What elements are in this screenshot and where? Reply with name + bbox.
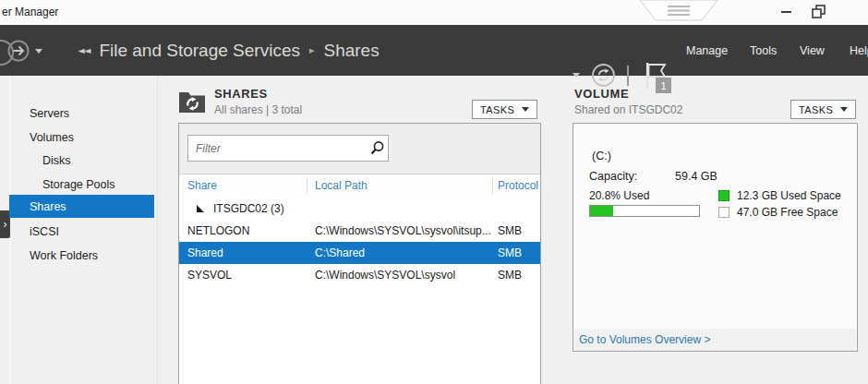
table-row[interactable]: SYSVOL C:\Windows\SYSVOL\sysvol SMB bbox=[179, 264, 540, 286]
volume-footer: Go to Volumes Overview > bbox=[574, 329, 856, 351]
volume-usage-bar bbox=[589, 205, 700, 217]
filter-input[interactable] bbox=[187, 135, 389, 162]
chevron-down-icon bbox=[522, 107, 529, 112]
tasks-label: TASKS bbox=[799, 104, 833, 115]
sidebar-item-label: Disks bbox=[42, 154, 71, 167]
sidebar-divider bbox=[157, 76, 158, 384]
sidebar-item-volumes[interactable]: Volumes bbox=[9, 126, 154, 149]
menu-view[interactable]: View bbox=[800, 25, 825, 76]
menu-help[interactable]: Help bbox=[850, 25, 868, 76]
refresh-button[interactable] bbox=[591, 63, 616, 88]
title-bar: er Manager bbox=[0, 0, 868, 25]
sidebar-item-storage-pools[interactable]: Storage Pools bbox=[9, 173, 154, 196]
group-expanded-icon[interactable] bbox=[197, 205, 204, 212]
cell-protocol: SMB bbox=[498, 246, 522, 259]
navigation-dropdown-caret[interactable] bbox=[35, 49, 42, 54]
navbar-separator bbox=[627, 66, 629, 86]
used-percent-label: 20.8% Used bbox=[589, 189, 649, 202]
notification-count-badge[interactable]: 1 bbox=[656, 78, 671, 93]
cell-share: SYSVOL bbox=[187, 269, 303, 282]
cell-protocol: SMB bbox=[498, 269, 522, 282]
table-row[interactable]: NETLOGON C:\Windows\SYSVOL\sysvol\itsup.… bbox=[179, 220, 540, 242]
sidebar-item-disks[interactable]: Disks bbox=[9, 149, 154, 172]
search-icon bbox=[369, 140, 385, 156]
menu-manage[interactable]: Manage bbox=[686, 25, 728, 76]
legend-free-label: 47.0 GB Free Space bbox=[737, 206, 838, 219]
shares-folder-sync-icon bbox=[178, 88, 206, 115]
group-label: ITSGDC02 (3) bbox=[213, 202, 284, 215]
cell-local-path: C:\Windows\SYSVOL\sysvol\itsup... bbox=[315, 224, 492, 237]
sidebar-item-label: iSCSI bbox=[30, 225, 59, 238]
cell-protocol: SMB bbox=[498, 224, 522, 237]
console-pull-tab[interactable] bbox=[640, 0, 717, 22]
shares-tile: Share Local Path Protocol ITSGDC02 (3) N… bbox=[178, 123, 541, 384]
arrow-right-icon bbox=[14, 47, 24, 55]
sidebar-item-label: Volumes bbox=[30, 131, 74, 144]
volume-name: (C:) bbox=[592, 150, 611, 162]
table-row-selected[interactable]: Shared C:\Shared SMB bbox=[179, 242, 540, 264]
window-title: er Manager bbox=[2, 6, 58, 18]
forward-button[interactable] bbox=[7, 40, 30, 62]
sidebar-item-servers[interactable]: Servers bbox=[9, 102, 154, 125]
capacity-value: 59.4 GB bbox=[675, 170, 717, 183]
chevron-right-icon: › bbox=[4, 218, 7, 231]
chevron-down-icon bbox=[840, 107, 848, 112]
breadcrumb-separator-icon: ▸ bbox=[309, 44, 315, 56]
go-to-volumes-link[interactable]: Go to Volumes Overview > bbox=[579, 333, 710, 346]
shares-toolbar bbox=[179, 124, 540, 174]
server-manager-window: er Manager bbox=[0, 0, 868, 384]
legend-used-label: 12.3 GB Used Space bbox=[737, 189, 841, 202]
breadcrumb-back-arrows-icon[interactable]: ◄◄ bbox=[78, 45, 90, 55]
sidebar-item-shares[interactable]: Shares bbox=[9, 195, 154, 218]
cell-share: NETLOGON bbox=[187, 224, 303, 237]
volume-detail-box: (C:) Capacity: 59.4 GB 20.8% Used 12.3 G… bbox=[573, 123, 858, 352]
breadcrumb: ◄◄ File and Storage Services ▸ Shares bbox=[78, 25, 380, 76]
cell-share: Shared bbox=[187, 246, 303, 259]
column-separator bbox=[307, 178, 307, 194]
minimize-button[interactable] bbox=[776, 4, 796, 20]
breadcrumb-current[interactable]: Shares bbox=[323, 41, 379, 61]
sidebar-item-label: Work Folders bbox=[30, 249, 98, 262]
hamburger-icon bbox=[668, 6, 690, 16]
navigation-bar: ◄◄ File and Storage Services ▸ Shares 1 … bbox=[0, 25, 868, 76]
sidebar-item-label: Storage Pools bbox=[42, 178, 115, 191]
sidebar-item-work-folders[interactable]: Work Folders bbox=[9, 244, 154, 267]
column-header-share[interactable]: Share bbox=[187, 179, 217, 192]
volume-used-bar-fill bbox=[590, 206, 613, 216]
table-header-row: Share Local Path Protocol bbox=[179, 174, 540, 198]
column-header-protocol[interactable]: Protocol bbox=[498, 179, 538, 192]
restore-icon bbox=[813, 6, 825, 18]
sidebar-item-label: Shares bbox=[30, 200, 66, 213]
volume-panel-title: VOLUME bbox=[574, 87, 629, 101]
sidebar-item-iscsi[interactable]: iSCSI bbox=[9, 220, 154, 243]
cell-local-path: C:\Windows\SYSVOL\sysvol bbox=[315, 269, 492, 282]
minimize-icon bbox=[781, 11, 791, 13]
capacity-label: Capacity: bbox=[589, 170, 637, 183]
tasks-label: TASKS bbox=[480, 104, 514, 115]
menu-tools[interactable]: Tools bbox=[750, 25, 777, 76]
shares-panel-subtitle: All shares | 3 total bbox=[214, 103, 302, 116]
sidebar-item-label: Servers bbox=[30, 107, 69, 120]
volume-panel-subtitle: Shared on ITSGDC02 bbox=[574, 103, 682, 116]
legend-free-swatch bbox=[718, 207, 729, 218]
column-separator bbox=[492, 178, 493, 194]
volume-tasks-button[interactable]: TASKS bbox=[790, 100, 856, 119]
restore-button[interactable] bbox=[809, 2, 829, 22]
breadcrumb-root[interactable]: File and Storage Services bbox=[99, 41, 300, 61]
table-group-row[interactable]: ITSGDC02 (3) bbox=[179, 198, 540, 220]
legend-used-swatch bbox=[718, 190, 729, 201]
column-header-local-path[interactable]: Local Path bbox=[315, 179, 368, 192]
cell-local-path: C:\Shared bbox=[315, 246, 492, 259]
shares-panel-title: SHARES bbox=[214, 87, 268, 101]
refresh-dropdown-caret[interactable] bbox=[573, 73, 580, 78]
shares-tasks-button[interactable]: TASKS bbox=[472, 100, 537, 119]
